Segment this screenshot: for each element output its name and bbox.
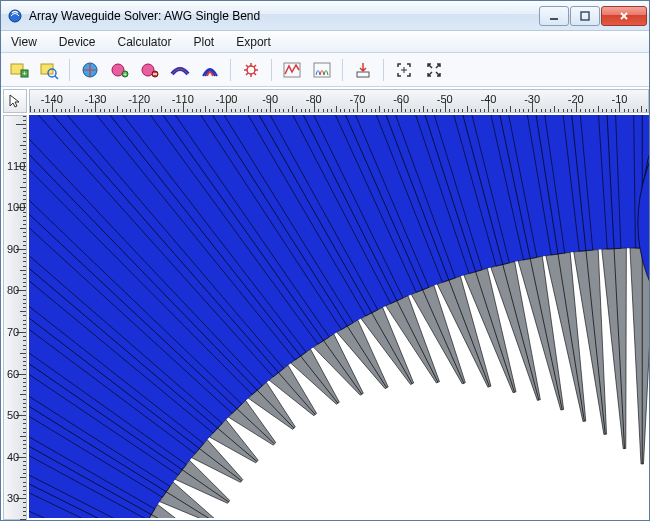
close-button[interactable] bbox=[601, 6, 647, 26]
svg-line-22 bbox=[254, 73, 256, 75]
ruler-x-label: -70 bbox=[350, 93, 366, 105]
svg-line-23 bbox=[254, 65, 256, 67]
minimize-button[interactable] bbox=[539, 6, 569, 26]
svg-rect-2 bbox=[581, 12, 589, 20]
ruler-x-label: -20 bbox=[568, 93, 584, 105]
waveguide-array-icon[interactable] bbox=[196, 56, 224, 84]
ruler-y-label: 100 bbox=[7, 201, 25, 213]
ruler-y-label: 110 bbox=[7, 160, 25, 172]
svg-rect-15 bbox=[153, 73, 157, 75]
ruler-x-label: -120 bbox=[128, 93, 150, 105]
menu-export[interactable]: Export bbox=[232, 33, 275, 51]
device-add-icon[interactable]: + bbox=[106, 56, 134, 84]
ruler-y-label: 40 bbox=[7, 451, 19, 463]
maximize-button[interactable] bbox=[570, 6, 600, 26]
new-layer-icon[interactable]: + bbox=[5, 56, 33, 84]
menu-device[interactable]: Device bbox=[55, 33, 100, 51]
window-title: Array Waveguide Solver: AWG Single Bend bbox=[29, 9, 538, 23]
ruler-x-label: -30 bbox=[524, 93, 540, 105]
svg-line-8 bbox=[55, 76, 58, 79]
ruler-x-label: -80 bbox=[306, 93, 322, 105]
design-canvas[interactable] bbox=[29, 115, 649, 520]
ruler-x-label: -100 bbox=[215, 93, 237, 105]
waveguide-bend-icon[interactable] bbox=[166, 56, 194, 84]
device-circle-icon[interactable] bbox=[76, 56, 104, 84]
toolbar-separator bbox=[69, 59, 70, 81]
svg-text:+: + bbox=[123, 71, 127, 78]
toolbar-separator bbox=[383, 59, 384, 81]
ruler-vertical: 11010090807060504030 bbox=[3, 115, 27, 520]
ruler-y-label: 90 bbox=[7, 243, 19, 255]
export-icon[interactable] bbox=[349, 56, 377, 84]
app-icon bbox=[7, 8, 23, 24]
menu-bar: View Device Calculator Plot Export bbox=[1, 31, 649, 53]
ruler-x-label: -60 bbox=[393, 93, 409, 105]
ruler-x-label: -140 bbox=[41, 93, 63, 105]
device-remove-icon[interactable] bbox=[136, 56, 164, 84]
svg-line-24 bbox=[246, 73, 248, 75]
canvas-area: -140-130-120-110-100-90-80-70-60-50-40-3… bbox=[1, 87, 649, 520]
svg-point-16 bbox=[247, 66, 255, 74]
ruler-x-label: -50 bbox=[437, 93, 453, 105]
ruler-y-label: 30 bbox=[7, 492, 19, 504]
ruler-y-label: 50 bbox=[7, 409, 19, 421]
pointer-tool[interactable] bbox=[3, 89, 27, 113]
settings-gear-icon[interactable] bbox=[237, 56, 265, 84]
find-layer-icon[interactable] bbox=[35, 56, 63, 84]
svg-line-21 bbox=[246, 65, 248, 67]
ruler-x-label: -130 bbox=[84, 93, 106, 105]
svg-text:+: + bbox=[22, 69, 27, 78]
plot-spectrum-icon[interactable] bbox=[278, 56, 306, 84]
toolbar: + + bbox=[1, 53, 649, 87]
toolbar-separator bbox=[342, 59, 343, 81]
ruler-y-label: 70 bbox=[7, 326, 19, 338]
menu-calculator[interactable]: Calculator bbox=[113, 33, 175, 51]
fit-view-icon[interactable] bbox=[390, 56, 418, 84]
ruler-x-label: -10 bbox=[611, 93, 627, 105]
menu-plot[interactable]: Plot bbox=[190, 33, 219, 51]
svg-rect-1 bbox=[550, 18, 558, 20]
ruler-y-label: 60 bbox=[7, 368, 19, 380]
toolbar-separator bbox=[271, 59, 272, 81]
expand-view-icon[interactable] bbox=[420, 56, 448, 84]
ruler-x-label: -110 bbox=[172, 93, 194, 105]
ruler-horizontal: -140-130-120-110-100-90-80-70-60-50-40-3… bbox=[29, 89, 649, 113]
ruler-x-label: -90 bbox=[262, 93, 278, 105]
svg-rect-27 bbox=[357, 72, 369, 77]
ruler-x-label: -40 bbox=[480, 93, 496, 105]
toolbar-separator bbox=[230, 59, 231, 81]
menu-view[interactable]: View bbox=[7, 33, 41, 51]
plot-channels-icon[interactable] bbox=[308, 56, 336, 84]
ruler-y-label: 80 bbox=[7, 284, 19, 296]
